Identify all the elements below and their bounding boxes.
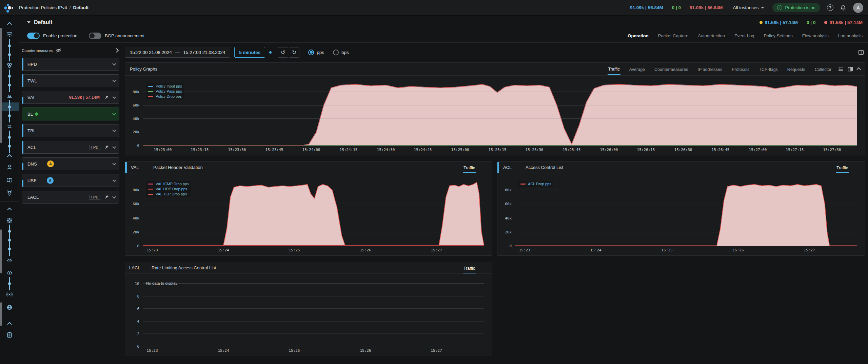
tab-flow-analysis[interactable]: Flow analysis <box>802 33 829 38</box>
pin-icon[interactable] <box>104 95 109 100</box>
chart-plot-area[interactable] <box>143 178 484 246</box>
tab-traffic[interactable]: Traffic <box>836 163 849 173</box>
tab-traffic[interactable]: Traffic <box>463 263 476 273</box>
tab-log-analysis[interactable]: Log analysis <box>838 33 863 38</box>
collapse-chart-icon[interactable] <box>856 68 861 72</box>
chart-plot-area[interactable] <box>143 279 484 346</box>
rail-dot-item[interactable] <box>0 279 19 288</box>
toggle-on-icon[interactable] <box>27 33 40 39</box>
redo-button[interactable]: ↻ <box>289 47 299 58</box>
rail-clipboard-icon[interactable] <box>0 328 19 341</box>
countermeasure-hpd[interactable]: HPD <box>22 58 119 71</box>
countermeasure-usf[interactable]: USFA <box>22 174 119 187</box>
graphs-tab-protocols[interactable]: Protocols <box>731 64 750 75</box>
rail-person-icon[interactable] <box>0 161 19 174</box>
chevron-down-icon[interactable] <box>112 78 116 82</box>
avatar[interactable]: A <box>853 3 863 13</box>
chevron-down-icon[interactable] <box>112 145 116 149</box>
graphs-tab-average[interactable]: Average <box>629 64 646 75</box>
rail-globe-icon[interactable] <box>0 301 19 314</box>
legend-item[interactable]: VAL ICMP Drop pps <box>148 182 189 186</box>
countermeasure-dns[interactable]: DNSA <box>22 157 119 170</box>
enable-protection-toggle[interactable]: Enable protection <box>27 33 77 39</box>
rail-gauge-icon[interactable] <box>0 253 19 266</box>
graphs-tab-requests[interactable]: Requests <box>787 64 806 75</box>
graphs-tab-countermeasures[interactable]: Countermeasures <box>654 64 689 75</box>
countermeasure-val[interactable]: VAL91.58k | 57.14M <box>22 91 119 104</box>
rail-network-icon[interactable] <box>0 187 19 199</box>
chevron-down-icon[interactable] <box>112 161 116 165</box>
help-button[interactable]: ? <box>827 4 833 11</box>
bgp-announcement-toggle[interactable]: BGP announcement <box>89 33 144 39</box>
pin-icon[interactable] <box>104 195 109 200</box>
legend-label: ACL Drop pps <box>528 182 551 186</box>
legend-item[interactable]: VAL TCP Drop pps <box>148 192 189 196</box>
chevron-down-icon[interactable] <box>112 195 116 198</box>
notifications-button[interactable] <box>840 5 846 11</box>
chevron-down-icon[interactable] <box>112 128 116 132</box>
chevron-down-icon[interactable] <box>112 112 116 115</box>
time-window-button[interactable]: 5 minutes <box>234 47 265 58</box>
legend-item[interactable]: VAL UDP Drop pps <box>148 187 189 191</box>
tab-event-log[interactable]: Event Log <box>734 33 754 38</box>
chevron-down-icon[interactable] <box>112 62 116 65</box>
radio-unselected-icon[interactable] <box>333 50 339 55</box>
time-range-input[interactable]: 15:22:00 21.08.2024 — 15:27:00 21.08.202… <box>125 47 230 58</box>
legend-item[interactable]: Policy Pass pps <box>148 89 182 93</box>
graphs-tab-ip-addresses[interactable]: IP addresses <box>697 64 723 75</box>
radio-selected-icon[interactable] <box>308 50 314 55</box>
rail-dot-item[interactable] <box>0 81 19 90</box>
countermeasure-acl[interactable]: ACLHPD <box>22 141 119 154</box>
collapse-caret-icon[interactable] <box>27 21 31 23</box>
rail-chevron-up-icon[interactable] <box>0 151 19 161</box>
rail-scrollbar-segment[interactable] <box>0 28 2 143</box>
chart-plot-area[interactable] <box>143 80 857 146</box>
rail-masks-icon[interactable] <box>0 174 19 187</box>
countermeasure-bl[interactable]: BL✱ <box>22 108 119 120</box>
expand-panel-icon[interactable] <box>114 48 119 53</box>
tab-autodetection[interactable]: Autodetection <box>698 33 725 38</box>
rail-broadcast-icon[interactable] <box>0 288 19 301</box>
app-logo-icon[interactable] <box>4 3 14 13</box>
bps-radio[interactable]: bps <box>333 50 349 55</box>
list-view-icon[interactable] <box>838 66 844 72</box>
rail-dot-item[interactable] <box>0 50 19 59</box>
tab-operation[interactable]: Operation <box>628 33 648 38</box>
rail-scrollbar-segment[interactable] <box>0 229 2 273</box>
graphs-tab-collector[interactable]: Collector <box>814 64 832 75</box>
eye-off-icon[interactable] <box>56 47 61 53</box>
protection-status-badge[interactable]: ✓ Protection is on <box>772 3 820 12</box>
tab-traffic[interactable]: Traffic <box>463 163 476 173</box>
chevron-down-icon[interactable] <box>112 178 116 182</box>
rail-dot-item[interactable] <box>0 142 19 151</box>
chart-plot-area[interactable] <box>515 178 857 246</box>
columns-view-icon[interactable] <box>848 66 853 72</box>
countermeasure-twl[interactable]: TWL <box>22 74 119 87</box>
countermeasure-lacl[interactable]: LACLHPD <box>22 191 119 204</box>
pin-icon[interactable] <box>104 145 109 150</box>
panel-toggle-button[interactable] <box>858 50 864 55</box>
legend-item[interactable]: Policy Input pps <box>148 84 182 88</box>
tab-policy-settings[interactable]: Policy Settings <box>764 33 792 38</box>
rail-chevron-up-icon[interactable] <box>0 204 19 214</box>
graph-tabs: TrafficAverageCountermeasuresIP addresse… <box>608 63 832 75</box>
tab-packet-capture[interactable]: Packet Capture <box>658 33 689 38</box>
legend-item[interactable]: Policy Drop pps <box>148 94 182 98</box>
toggle-off-icon[interactable] <box>89 33 101 39</box>
rail-scrollbar-segment[interactable] <box>0 302 2 326</box>
chevron-down-icon[interactable] <box>112 95 116 99</box>
main-content: 15:22:00 21.08.2024 — 15:27:00 21.08.202… <box>125 43 868 356</box>
graphs-tab-traffic[interactable]: Traffic <box>608 63 620 75</box>
rail-dot-item[interactable] <box>0 111 19 120</box>
undo-button[interactable]: ↺ <box>278 47 288 58</box>
rail-chevron-up-icon[interactable] <box>0 18 19 28</box>
rail-chevron-up-icon[interactable] <box>0 318 19 328</box>
legend-label: VAL TCP Drop pps <box>156 192 187 196</box>
pps-radio[interactable]: pps <box>308 50 324 55</box>
legend-item[interactable]: ACL Drop pps <box>520 182 551 186</box>
instances-dropdown[interactable]: All instances <box>733 5 765 10</box>
rail-dot-item[interactable] <box>0 245 19 253</box>
graphs-tab-tcp-flags[interactable]: TCP-flags <box>758 64 778 75</box>
breadcrumb-section[interactable]: Protection Policies IPv4 <box>19 5 67 10</box>
countermeasure-tbl[interactable]: TBL <box>22 124 119 137</box>
